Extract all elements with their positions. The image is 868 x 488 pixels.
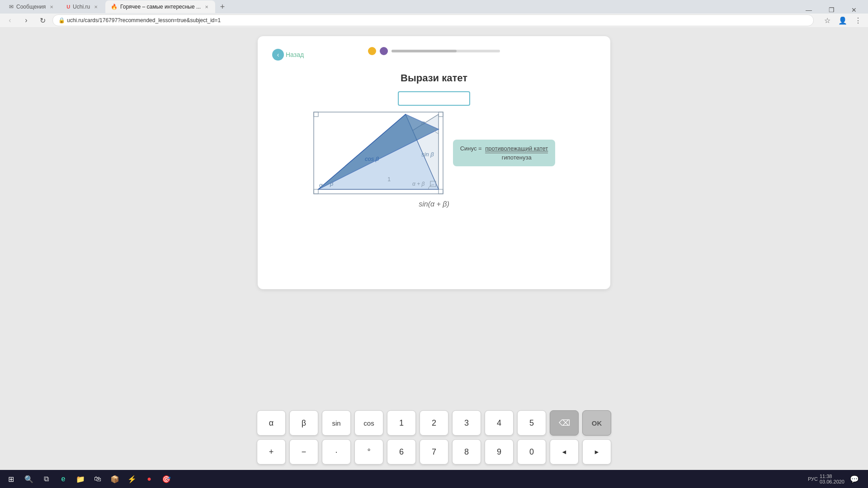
taskbar-app1[interactable]: ⚡ [124,471,140,487]
key-right[interactable]: ► [582,439,611,465]
key-dot[interactable]: · [322,439,351,465]
taskbar-app2[interactable]: 🎯 [158,471,175,487]
maximize-button[interactable]: ❐ [821,4,842,16]
window-controls: — ❐ ✕ [798,4,864,16]
start-button[interactable]: ⊞ [2,470,20,488]
svg-rect-1 [314,112,318,117]
back-button[interactable]: ‹ Назад [272,49,304,61]
key-beta[interactable]: β [289,410,318,436]
key-2[interactable]: 2 [420,410,448,436]
svg-text:sin β: sin β [421,151,434,158]
taskbar-task-view[interactable]: ⧉ [38,471,54,487]
notification-button[interactable]: 💬 [846,471,863,487]
svg-text:α: α [319,182,323,188]
svg-rect-4 [439,189,443,194]
key-1[interactable]: 1 [387,410,416,436]
progress-bar [392,50,500,52]
close-button[interactable]: ✕ [844,4,864,16]
tab-uchi[interactable]: U Uchi.ru ✕ [61,0,104,13]
key-sin[interactable]: sin [322,410,351,436]
tab-close-uchi[interactable]: ✕ [93,4,99,10]
taskbar-edge[interactable]: e [55,471,71,487]
tab-messages[interactable]: ✉ Сообщения ✕ [4,0,60,13]
keyboard-row-1: α β sin cos 1 2 3 4 5 ⌫ OK [257,410,611,436]
tab-close-active[interactable]: ✕ [203,4,210,10]
back-label: Назад [286,51,304,58]
progress-dot-1 [368,47,376,55]
key-left[interactable]: ◄ [550,439,579,465]
lock-icon: 🔒 [58,17,65,23]
tab-favicon-messages: ✉ [9,4,14,10]
key-backspace[interactable]: ⌫ [550,410,579,436]
taskbar-amazon[interactable]: 📦 [107,471,123,487]
svg-text:β: β [330,180,334,187]
key-9[interactable]: 9 [485,439,514,465]
key-degree[interactable]: ° [354,439,383,465]
tab-active[interactable]: 🔥 Горячее – самые интересные ... ✕ [105,0,215,13]
progress-area [368,47,500,55]
card-title: Вырази катет [272,72,596,84]
key-6[interactable]: 6 [387,439,416,465]
svg-text:α + β: α + β [412,181,425,187]
key-minus[interactable]: − [289,439,318,465]
lesson-card: ‹ Назад Вырази катет [258,36,610,289]
svg-text:1: 1 [387,176,391,183]
key-0[interactable]: 0 [517,439,546,465]
back-circle-icon: ‹ [272,49,284,61]
sys-time: 11:38 03.06.2020 [820,474,844,484]
formula-prefix: Синус = [460,145,482,152]
tab-label-messages: Сообщения [16,4,46,10]
sys-lang: РУС [808,476,818,482]
answer-input-container [272,91,596,106]
svg-text:cos β: cos β [365,155,379,162]
keyboard-area: α β sin cos 1 2 3 4 5 ⌫ OK + − · ° 6 7 8… [257,410,611,465]
key-4[interactable]: 4 [485,410,514,436]
keyboard-row-2: + − · ° 6 7 8 9 0 ◄ ► [257,439,611,465]
url-text: uchi.ru/cards/176797?recommended_lesson=… [67,17,221,23]
key-8[interactable]: 8 [452,439,481,465]
taskbar-search[interactable]: 🔍 [21,471,37,487]
taskbar: ⊞ 🔍 ⧉ e 📁 🛍 📦 ⚡ ● 🎯 РУС 11:38 03.06.2020… [0,470,868,488]
progress-bar-fill [392,50,457,52]
key-alpha[interactable]: α [257,410,286,436]
taskbar-files[interactable]: 📁 [72,471,89,487]
url-bar[interactable]: 🔒 uchi.ru/cards/176797?recommended_lesso… [52,14,814,26]
tab-favicon-active: 🔥 [111,4,118,10]
key-5[interactable]: 5 [517,410,546,436]
tab-bar: ✉ Сообщения ✕ U Uchi.ru ✕ 🔥 Горячее – са… [0,0,868,14]
refresh-button[interactable]: ↻ [36,14,49,27]
minimize-button[interactable]: — [798,4,819,16]
key-7[interactable]: 7 [420,439,448,465]
svg-rect-2 [439,112,443,117]
formula-fraction: противолежащий катет гипотенуза [485,145,548,161]
back-nav-button[interactable]: ‹ [4,14,16,27]
taskbar-chrome[interactable]: ● [141,471,157,487]
svg-rect-3 [314,189,318,194]
tab-close-messages[interactable]: ✕ [48,4,55,10]
tab-label-uchi: Uchi.ru [73,4,90,10]
triangle-diagram: α sin β cos β α β 1 α + β [313,111,444,195]
key-3[interactable]: 3 [452,410,481,436]
key-cos[interactable]: cos [354,410,383,436]
diagram-label: sin(α + β) [272,200,596,208]
formula-box: Синус = противолежащий катет гипотенуза [453,140,556,166]
key-plus[interactable]: + [257,439,286,465]
taskbar-sys-tray: РУС 11:38 03.06.2020 💬 [804,471,866,487]
tab-favicon-uchi: U [66,4,70,9]
progress-dot-2 [380,47,388,55]
diagram-area: α sin β cos β α β 1 α + β Синус = [272,111,596,195]
forward-nav-button[interactable]: › [20,14,33,27]
formula-denominator: гипотенуза [502,153,532,161]
address-bar: ‹ › ↻ 🔒 uchi.ru/cards/176797?recommended… [0,14,868,27]
key-ok[interactable]: OK [582,410,611,436]
new-tab-button[interactable]: + [216,0,229,13]
formula-numerator: противолежащий катет [485,145,548,153]
svg-text:α: α [421,119,425,126]
tab-label-active: Горячее – самые интересные ... [120,4,201,10]
answer-input[interactable] [398,91,470,106]
taskbar-store[interactable]: 🛍 [90,471,106,487]
browser-chrome: ✉ Сообщения ✕ U Uchi.ru ✕ 🔥 Горячее – са… [0,0,868,27]
main-content: ‹ Назад Вырази катет [0,27,868,470]
